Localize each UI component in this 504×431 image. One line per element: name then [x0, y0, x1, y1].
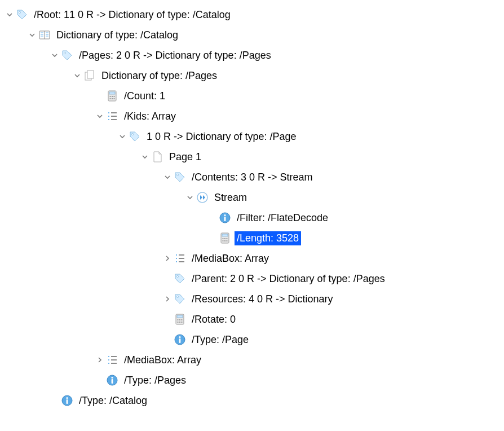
list-icon — [106, 354, 118, 366]
tag-icon — [129, 130, 141, 143]
tag-icon — [174, 293, 186, 305]
chevron-down-icon[interactable] — [50, 50, 60, 60]
tree-label: /MediaBox: Array — [122, 353, 204, 367]
tree-view: /Root: 11 0 R -> Dictionary of type: /Ca… — [5, 5, 499, 411]
tree-label: Stream — [212, 191, 249, 205]
tree-row-catalog-dict[interactable]: Dictionary of type: /Catalog — [5, 25, 499, 45]
list-icon — [174, 252, 186, 265]
tree-label-selected: /Length: 3528 — [235, 231, 301, 245]
tree-label: /Parent: 2 0 R -> Dictionary of type: /P… — [189, 272, 387, 286]
calculator-icon — [106, 90, 118, 102]
tree-row-pages-type[interactable]: /Type: /Pages — [5, 370, 499, 390]
tree-label: /MediaBox: Array — [189, 252, 271, 266]
chevron-down-icon[interactable] — [72, 71, 82, 81]
tree-row-pages-ref[interactable]: /Pages: 2 0 R -> Dictionary of type: /Pa… — [5, 45, 499, 65]
tree-row-filter[interactable]: /Filter: /FlateDecode — [5, 208, 499, 228]
tree-label: Dictionary of type: /Catalog — [54, 28, 180, 42]
chevron-right-icon[interactable] — [162, 294, 173, 304]
tree-row-parent[interactable]: /Parent: 2 0 R -> Dictionary of type: /P… — [5, 269, 499, 289]
chevron-down-icon[interactable] — [27, 30, 37, 40]
calculator-icon — [219, 232, 231, 244]
tree-row-catalog-type[interactable]: /Type: /Catalog — [5, 390, 499, 411]
tree-row-kids[interactable]: /Kids: Array — [5, 106, 499, 126]
tag-icon — [61, 49, 73, 61]
info-icon — [106, 374, 118, 386]
tree-row-pages-dict[interactable]: Dictionary of type: /Pages — [5, 65, 499, 86]
tree-row-resources[interactable]: /Resources: 4 0 R -> Dictionary — [5, 289, 499, 309]
tree-row-page-type[interactable]: /Type: /Page — [5, 329, 499, 350]
chevron-right-icon[interactable] — [162, 253, 173, 263]
tag-icon — [16, 8, 28, 21]
tree-label: /Count: 1 — [122, 89, 167, 103]
tree-label: /Contents: 3 0 R -> Stream — [189, 170, 315, 184]
tree-label: /Type: /Pages — [122, 373, 188, 388]
tree-row-pages-mediabox[interactable]: /MediaBox: Array — [5, 350, 499, 370]
tag-icon — [174, 272, 186, 285]
tree-row-page-ref[interactable]: 1 0 R -> Dictionary of type: /Page — [5, 126, 499, 147]
tree-label: /Filter: /FlateDecode — [235, 211, 330, 225]
document-icon — [151, 151, 163, 163]
tree-row-stream[interactable]: Stream — [5, 187, 499, 208]
calculator-icon — [174, 313, 186, 326]
chevron-down-icon[interactable] — [162, 172, 173, 182]
tree-row-rotate[interactable]: /Rotate: 0 — [5, 309, 499, 329]
tag-icon — [174, 171, 186, 183]
tree-row-page-mediabox[interactable]: /MediaBox: Array — [5, 248, 499, 269]
info-icon — [61, 394, 73, 407]
tree-label: /Type: /Page — [189, 333, 251, 347]
info-icon — [174, 333, 186, 346]
chevron-down-icon[interactable] — [5, 10, 15, 20]
chevron-down-icon[interactable] — [117, 131, 127, 142]
chevron-down-icon[interactable] — [140, 152, 150, 162]
list-icon — [106, 110, 118, 122]
tree-label: 1 0 R -> Dictionary of type: /Page — [144, 130, 299, 144]
tree-row-page1[interactable]: Page 1 — [5, 147, 499, 167]
tree-label: /Kids: Array — [122, 109, 178, 124]
info-icon — [219, 212, 231, 224]
book-icon — [38, 29, 51, 41]
chevron-right-icon[interactable] — [95, 355, 105, 365]
tree-label: /Rotate: 0 — [189, 313, 238, 327]
chevron-down-icon[interactable] — [185, 192, 195, 203]
tree-label: Page 1 — [167, 150, 204, 164]
tree-label: /Resources: 4 0 R -> Dictionary — [189, 292, 335, 306]
tree-label: Dictionary of type: /Pages — [99, 69, 219, 83]
documents-icon — [83, 69, 96, 82]
chevron-down-icon[interactable] — [95, 111, 105, 121]
tree-label: /Root: 11 0 R -> Dictionary of type: /Ca… — [32, 8, 233, 22]
tree-label: /Pages: 2 0 R -> Dictionary of type: /Pa… — [77, 49, 273, 63]
tree-row-root[interactable]: /Root: 11 0 R -> Dictionary of type: /Ca… — [5, 5, 499, 25]
tree-row-contents[interactable]: /Contents: 3 0 R -> Stream — [5, 167, 499, 187]
stream-icon — [196, 191, 209, 204]
tree-row-length[interactable]: /Length: 3528 — [5, 228, 499, 248]
tree-label: /Type: /Catalog — [77, 394, 149, 408]
tree-row-count[interactable]: /Count: 1 — [5, 86, 499, 106]
